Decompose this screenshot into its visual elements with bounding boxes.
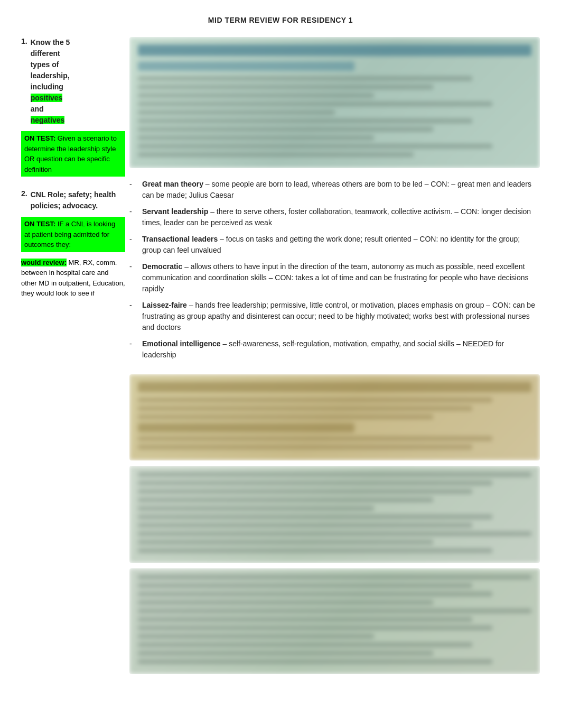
bullet-item-2: - Servant leadership – there to serve ot… xyxy=(129,206,540,228)
section2-block: 2. CNL Role; safety; health policies; ad… xyxy=(21,189,125,299)
bullet-item-5: - Laissez-faire – hands free leadership;… xyxy=(129,300,540,333)
bullet-item-4: - Democratic – allows others to have inp… xyxy=(129,261,540,294)
bullet-term-6: Emotional intelligence xyxy=(142,339,221,348)
would-review-block: would review: MR, RX, comm. between in h… xyxy=(21,257,125,299)
section1-title: Know the 5 different types of leadership… xyxy=(31,37,70,126)
blurred-section-1-image xyxy=(129,37,540,168)
bullet-item-3: - Transactional leaders – focus on tasks… xyxy=(129,234,540,256)
negatives-highlight: negatives xyxy=(31,116,65,124)
bullet-text-1: Great man theory – some people are born … xyxy=(142,179,540,201)
on-test-block-1: ON TEST: Given a scenario to determine t… xyxy=(21,131,125,177)
bullet-text-4: Democratic – allows others to have input… xyxy=(142,261,540,294)
bullet-list: - Great man theory – some people are bor… xyxy=(129,174,540,370)
main-layout: 1. Know the 5 different types of leaders… xyxy=(21,37,540,679)
bullet-dash-4: - xyxy=(129,261,136,294)
bullet-item-1: - Great man theory – some people are bor… xyxy=(129,179,540,201)
bullet-term-5: Laissez-faire xyxy=(142,301,187,309)
right-column: - Great man theory – some people are bor… xyxy=(129,37,540,679)
bullet-text-2: Servant leadership – there to serve othe… xyxy=(142,206,540,228)
blurred-section-2-image-top xyxy=(129,374,540,460)
would-review-label: would review: xyxy=(21,259,67,266)
positives-highlight: positives xyxy=(31,94,63,102)
bullet-text-5: Laissez-faire – hands free leadership; p… xyxy=(142,300,540,333)
left-column: 1. Know the 5 different types of leaders… xyxy=(21,37,129,679)
section2-number: 2. xyxy=(21,189,27,198)
bullet-dash-3: - xyxy=(129,234,136,256)
bullet-dash-6: - xyxy=(129,338,136,361)
on-test-block-2: ON TEST: IF a CNL is looking at patient … xyxy=(21,217,125,252)
section1-header: 1. Know the 5 different types of leaders… xyxy=(21,37,125,126)
bullet-term-2: Servant leadership xyxy=(142,207,208,216)
bullet-dash-5: - xyxy=(129,300,136,333)
bullet-dash-2: - xyxy=(129,206,136,228)
on-test-label-1: ON TEST: xyxy=(24,134,55,142)
bullet-text-3: Transactional leaders – focus on tasks a… xyxy=(142,234,540,256)
page-title: MID TERM REVIEW FOR RESIDENCY 1 xyxy=(21,16,540,24)
bullet-term-4: Democratic xyxy=(142,262,182,271)
blurred-section-2-image-mid xyxy=(129,466,540,563)
bullet-text-6: Emotional intelligence – self-awareness,… xyxy=(142,338,540,361)
bullet-term-1: Great man theory xyxy=(142,180,203,188)
page-container: MID TERM REVIEW FOR RESIDENCY 1 1. Know … xyxy=(21,16,540,679)
blurred-section-2-image-bottom xyxy=(129,568,540,674)
section1-number: 1. xyxy=(21,37,27,45)
section2-title: CNL Role; safety; health policies; advoc… xyxy=(31,189,125,211)
bullet-item-6: - Emotional intelligence – self-awarenes… xyxy=(129,338,540,361)
bullet-term-3: Transactional leaders xyxy=(142,235,218,243)
section2-header: 2. CNL Role; safety; health policies; ad… xyxy=(21,189,125,211)
bullet-dash-1: - xyxy=(129,179,136,201)
on-test-label-2: ON TEST: xyxy=(24,220,55,228)
